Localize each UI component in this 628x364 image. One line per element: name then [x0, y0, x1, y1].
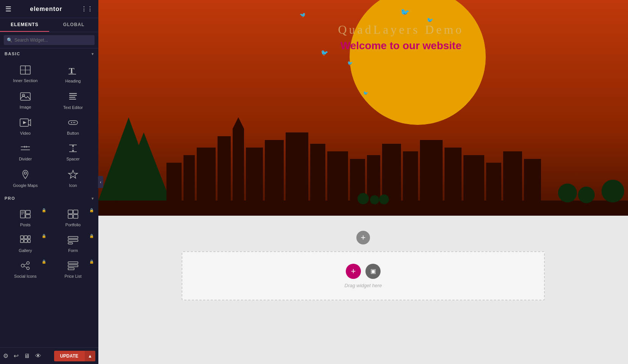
svg-line-50	[24, 264, 27, 265]
divider-icon	[20, 144, 31, 154]
bird-6: 🐦	[300, 12, 306, 18]
svg-rect-44	[68, 236, 78, 238]
pro-widgets-grid: 🔒 Posts 🔒	[0, 204, 98, 284]
svg-rect-62	[233, 129, 244, 201]
eye-icon[interactable]: 👁	[35, 353, 41, 359]
update-arrow-button[interactable]: ▲	[84, 351, 95, 361]
widget-social-icons[interactable]: 🔒 Social Icons	[2, 257, 49, 282]
widget-heading[interactable]: T Heading	[49, 61, 97, 87]
svg-rect-83	[611, 191, 615, 201]
svg-text:T: T	[69, 66, 75, 75]
svg-rect-65	[265, 140, 284, 201]
add-section-button[interactable]: +	[356, 231, 370, 244]
sidebar-tabs: ELEMENTS GLOBAL	[0, 18, 98, 32]
sidebar: ☰ elementor ⋮⋮ ELEMENTS GLOBAL 🔍 BASIC ▾	[0, 0, 98, 364]
search-icon: 🔍	[7, 37, 12, 43]
search-container: 🔍	[0, 32, 98, 48]
svg-rect-68	[327, 151, 348, 201]
sidebar-header: ☰ elementor ⋮⋮	[0, 0, 98, 18]
widget-price-list[interactable]: 🔒 Price List	[49, 257, 97, 282]
lock-icon-portfolio: 🔒	[89, 208, 94, 212]
widget-divider-label: Divider	[19, 157, 32, 161]
responsive-icon[interactable]: 🖥	[24, 353, 30, 359]
svg-rect-36	[68, 215, 73, 218]
widget-spacer[interactable]: Spacer	[49, 139, 97, 165]
collapse-sidebar-handle[interactable]: ‹	[98, 176, 103, 188]
widget-text-editor[interactable]: Text Editor	[49, 87, 97, 114]
form-icon	[68, 235, 78, 246]
widget-image-label: Image	[20, 105, 31, 109]
tab-elements[interactable]: ELEMENTS	[0, 18, 49, 32]
widget-google-maps-label: Google Maps	[13, 183, 37, 188]
icon-icon	[68, 170, 78, 181]
svg-rect-70	[367, 155, 380, 201]
search-input[interactable]	[4, 35, 95, 45]
search-wrapper: 🔍	[4, 35, 95, 45]
hero-title: QuadLayers Demo	[338, 23, 464, 37]
widget-text-editor-label: Text Editor	[63, 105, 83, 110]
widget-image[interactable]: Image	[2, 87, 49, 114]
widget-social-icons-label: Social Icons	[14, 274, 36, 278]
svg-rect-66	[286, 132, 308, 201]
svg-rect-76	[486, 163, 501, 201]
spacer-icon	[68, 144, 78, 154]
widget-form[interactable]: 🔒 Form	[49, 231, 97, 257]
svg-rect-35	[73, 210, 78, 214]
section-pro-header[interactable]: PRO ▾	[0, 193, 98, 204]
widget-inner-section[interactable]: Inner Section	[2, 61, 49, 87]
portfolio-icon	[68, 210, 78, 220]
widget-icon-label: Icon	[69, 183, 77, 188]
hamburger-icon[interactable]: ☰	[5, 5, 11, 13]
inner-section-icon	[20, 65, 31, 76]
add-widget-button[interactable]: +	[346, 264, 361, 279]
widget-posts[interactable]: 🔒 Posts	[2, 205, 49, 231]
svg-rect-80	[566, 193, 569, 201]
svg-rect-74	[445, 148, 462, 201]
widget-video[interactable]: Video	[2, 114, 49, 139]
widget-form-label: Form	[68, 248, 78, 253]
section-basic-label: BASIC	[5, 51, 20, 56]
svg-point-14	[71, 122, 72, 123]
image-icon	[20, 92, 31, 103]
svg-rect-75	[463, 155, 484, 201]
svg-rect-38	[20, 236, 23, 239]
grid-icon[interactable]: ⋮⋮	[81, 5, 93, 12]
svg-rect-43	[28, 240, 30, 243]
svg-rect-33	[26, 215, 30, 218]
svg-rect-5	[20, 93, 30, 100]
widget-google-maps[interactable]: Google Maps	[2, 165, 49, 191]
heading-icon: T	[68, 65, 78, 76]
svg-rect-64	[246, 148, 263, 201]
update-button[interactable]: UPDATE	[54, 351, 84, 361]
bird-3: 🐦	[321, 49, 328, 56]
svg-rect-37	[73, 215, 78, 218]
widget-divider[interactable]: Divider	[2, 139, 49, 165]
footer-icons: ⚙ ↩ 🖥 👁	[3, 352, 41, 359]
widget-price-list-label: Price List	[64, 274, 81, 278]
history-icon[interactable]: ↩	[14, 352, 19, 359]
tab-global[interactable]: GLOBAL	[49, 18, 98, 32]
svg-rect-71	[382, 144, 401, 201]
update-btn-group: UPDATE ▲	[54, 351, 95, 361]
hero-text-container: QuadLayers Demo Welcome to our website	[338, 23, 464, 52]
widget-heading-label: Heading	[65, 79, 81, 83]
widget-spacer-label: Spacer	[67, 157, 80, 161]
widget-gallery[interactable]: 🔒 Gallery	[2, 231, 49, 257]
settings-icon[interactable]: ⚙	[3, 352, 8, 359]
widget-icon[interactable]: Icon	[49, 165, 97, 191]
widget-portfolio[interactable]: 🔒 Portfolio	[49, 205, 97, 231]
svg-rect-41	[20, 240, 23, 243]
svg-point-85	[370, 195, 379, 204]
svg-point-47	[21, 264, 24, 267]
section-basic-header[interactable]: BASIC ▾	[0, 48, 98, 59]
template-button[interactable]: ▣	[365, 264, 381, 279]
svg-rect-72	[403, 151, 418, 201]
widget-button[interactable]: Button	[49, 114, 97, 139]
bird-5: 🐦	[363, 91, 368, 96]
sun-decoration	[350, 0, 486, 125]
below-hero-area: + + ▣ Drag widget here	[98, 216, 628, 300]
svg-point-84	[358, 193, 369, 204]
widget-video-label: Video	[20, 131, 31, 135]
svg-rect-78	[524, 159, 541, 201]
lock-icon-gallery: 🔒	[42, 234, 46, 238]
